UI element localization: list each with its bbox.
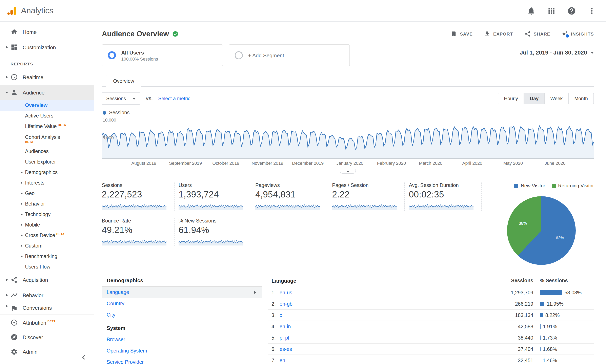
row-rank: 6. bbox=[268, 346, 279, 352]
dimension-item-service-provider[interactable]: Service Provider bbox=[102, 357, 262, 364]
sidebar-item-users-flow[interactable]: Users Flow bbox=[0, 262, 94, 272]
dimension-item-language[interactable]: Language bbox=[102, 287, 262, 298]
table-row: 7.en32,4511.46% bbox=[268, 355, 594, 364]
sidebar-item-demographics[interactable]: Demographics bbox=[0, 167, 94, 178]
sidebar-item-cohort-analysis[interactable]: Cohort AnalysisBETA bbox=[0, 132, 94, 146]
insights-button[interactable]: INSIGHTS bbox=[562, 31, 594, 37]
save-button[interactable]: SAVE bbox=[451, 31, 473, 37]
sidebar-item-audiences[interactable]: Audiences bbox=[0, 146, 94, 157]
share-button[interactable]: SHARE bbox=[524, 31, 550, 37]
sidebar-item-user-explorer[interactable]: User Explorer bbox=[0, 157, 94, 167]
metric-bounce-rate: Bounce Rate49.21% bbox=[102, 218, 174, 246]
metric-sparkline bbox=[102, 202, 166, 211]
beta-badge: BETA bbox=[56, 232, 65, 235]
sidebar-item-audience[interactable]: Audience bbox=[0, 85, 94, 100]
row-rank: 5. bbox=[268, 335, 279, 341]
segment-ring-icon bbox=[235, 51, 243, 59]
sidebar-item-cross-device[interactable]: Cross DeviceBETA bbox=[0, 230, 94, 241]
sidebar-item-conversions[interactable]: Conversions bbox=[0, 303, 94, 312]
discover-icon bbox=[11, 334, 18, 341]
analytics-logo[interactable]: Analytics bbox=[6, 5, 60, 16]
dimension-item-browser[interactable]: Browser bbox=[102, 334, 262, 345]
language-link[interactable]: en-us bbox=[279, 290, 485, 295]
sidebar-item-overview[interactable]: Overview bbox=[0, 100, 94, 111]
sidebar-item-label: Customization bbox=[23, 44, 56, 50]
sidebar-item-active-users[interactable]: Active Users bbox=[0, 111, 94, 121]
granularity-hourly[interactable]: Hourly bbox=[498, 93, 524, 104]
bottom-section: DemographicsLanguageCountryCitySystemBro… bbox=[102, 274, 594, 364]
sidebar-item-technology[interactable]: Technology bbox=[0, 209, 94, 220]
segment-row: All Users 100.00% Sessions + Add Segment… bbox=[102, 44, 594, 68]
dimension-item-operating-system[interactable]: Operating System bbox=[102, 345, 262, 357]
share-icon bbox=[524, 31, 531, 37]
pct-bar bbox=[540, 358, 540, 363]
language-link[interactable]: en-gb bbox=[279, 301, 485, 307]
more-vert-button[interactable] bbox=[587, 6, 596, 15]
svg-text:October 2019: October 2019 bbox=[212, 161, 239, 166]
legend-swatch-icon bbox=[514, 184, 518, 188]
collapse-sidebar-button[interactable] bbox=[79, 353, 88, 362]
series-label: Sessions bbox=[109, 110, 130, 116]
granularity-toggle: HourlyDayWeekMonth bbox=[498, 93, 594, 104]
pct-bar bbox=[540, 313, 543, 317]
sidebar-item-customization[interactable]: Customization bbox=[0, 39, 94, 55]
dimension-label: Operating System bbox=[107, 348, 147, 354]
export-button[interactable]: EXPORT bbox=[484, 31, 513, 37]
sidebar-item-behavior[interactable]: Behavior bbox=[0, 287, 94, 303]
sidebar-item-benchmarking[interactable]: Benchmarking bbox=[0, 251, 94, 262]
sidebar-item-custom[interactable]: Custom bbox=[0, 241, 94, 251]
sidebar-item-discover[interactable]: Discover bbox=[0, 330, 94, 344]
granularity-day[interactable]: Day bbox=[524, 93, 544, 104]
language-link[interactable]: en-in bbox=[279, 324, 485, 329]
column-header-sessions[interactable]: Sessions bbox=[485, 278, 533, 284]
svg-text:November 2019: November 2019 bbox=[252, 161, 283, 166]
date-range-selector[interactable]: Jul 1, 2019 - Jun 30, 2020 bbox=[520, 44, 594, 56]
sidebar-item-realtime[interactable]: Realtime bbox=[0, 69, 94, 85]
help-button[interactable] bbox=[567, 6, 576, 15]
granularity-month[interactable]: Month bbox=[568, 93, 593, 104]
dimension-item-city[interactable]: City bbox=[102, 309, 262, 321]
metric-select[interactable]: Sessions bbox=[102, 92, 140, 104]
metric-sparkline bbox=[409, 202, 474, 211]
dashboard-icon bbox=[11, 44, 18, 51]
language-link[interactable]: es-es bbox=[279, 346, 485, 352]
tab-overview[interactable]: Overview bbox=[106, 75, 141, 87]
language-link[interactable]: en bbox=[279, 358, 485, 363]
sidebar-item-mobile[interactable]: Mobile bbox=[0, 220, 94, 230]
metric-pageviews: Pageviews4,954,831 bbox=[255, 182, 328, 211]
sessions-value: 183,134 bbox=[485, 312, 533, 318]
dimension-item-country[interactable]: Country bbox=[102, 298, 262, 309]
row-rank: 4. bbox=[268, 324, 279, 329]
select-metric-link[interactable]: Select a metric bbox=[158, 96, 190, 101]
sidebar-item-geo[interactable]: Geo bbox=[0, 188, 94, 199]
chevron-right-icon bbox=[19, 171, 24, 174]
language-link[interactable]: pl-pl bbox=[279, 335, 485, 341]
granularity-week[interactable]: Week bbox=[544, 93, 568, 104]
apps-button[interactable] bbox=[547, 6, 556, 15]
sidebar-item-behavior[interactable]: Behavior bbox=[0, 199, 94, 209]
pct-sessions-cell: 1.73% bbox=[533, 335, 594, 341]
svg-text:March 2020: March 2020 bbox=[419, 161, 442, 166]
sidebar-item-home[interactable]: Home bbox=[0, 24, 94, 39]
language-link[interactable]: c bbox=[279, 312, 485, 318]
dimension-picker: DemographicsLanguageCountryCitySystemBro… bbox=[102, 274, 262, 364]
sidebar-item-label: Conversions bbox=[23, 305, 52, 311]
notifications-button[interactable] bbox=[527, 6, 536, 15]
sidebar-item-acquisition[interactable]: Acquisition bbox=[0, 272, 94, 287]
metric-value: 1,393,724 bbox=[179, 189, 245, 200]
metric-users: Users1,393,724 bbox=[179, 182, 251, 211]
divider bbox=[60, 5, 60, 16]
segment-all-users[interactable]: All Users 100.00% Sessions bbox=[102, 44, 223, 66]
sidebar-item-attribution[interactable]: AttributionBETA bbox=[0, 315, 94, 330]
svg-text:June 2020: June 2020 bbox=[545, 161, 566, 166]
sidebar-item-interests[interactable]: Interests bbox=[0, 178, 94, 188]
add-segment-button[interactable]: + Add Segment bbox=[229, 44, 350, 66]
sidebar-item-label: Cross Device bbox=[25, 233, 55, 238]
apps-icon bbox=[547, 10, 556, 16]
chart-collapse-handle[interactable] bbox=[340, 169, 356, 174]
main-content: Audience Overview SAVEEXPORTSHAREINSIGHT… bbox=[94, 22, 606, 364]
column-header-pct-sessions[interactable]: % Sessions bbox=[533, 278, 594, 284]
sidebar-item-lifetime-value[interactable]: Lifetime ValueBETA bbox=[0, 121, 94, 132]
sessions-value: 37,404 bbox=[485, 346, 533, 352]
more-vert-icon bbox=[587, 10, 596, 16]
